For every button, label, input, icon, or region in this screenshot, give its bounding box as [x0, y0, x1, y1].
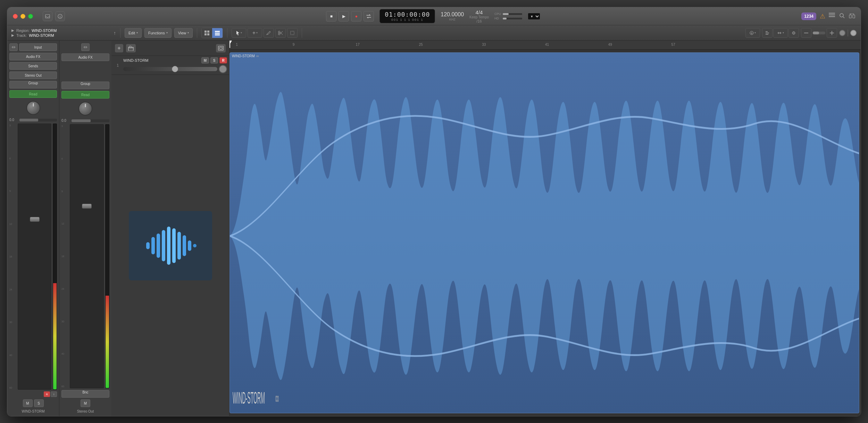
- pencil-tool[interactable]: [264, 28, 274, 38]
- add-track-button[interactable]: +: [115, 44, 123, 52]
- close-button[interactable]: [13, 14, 18, 19]
- toolbar-divider-1: [120, 28, 120, 38]
- level-row-2: 0.0: [61, 119, 109, 122]
- share-icon[interactable]: [849, 13, 855, 20]
- r-button-1[interactable]: R: [44, 391, 50, 397]
- inbox-icon[interactable]: [43, 11, 52, 21]
- ruler-mark-9: 9: [293, 43, 295, 46]
- play-button[interactable]: ▶: [339, 11, 349, 22]
- svg-line-22: [280, 32, 283, 35]
- svg-line-7: [843, 17, 844, 18]
- marquee-tool[interactable]: [287, 28, 298, 38]
- cpu-bar: [503, 13, 509, 15]
- align-left-tool[interactable]: [762, 28, 773, 38]
- bnc-button[interactable]: Bnc: [61, 390, 109, 398]
- zoom-controls: [801, 28, 837, 38]
- info-icon[interactable]: i: [55, 11, 65, 21]
- titlebar-right-icons: [829, 13, 855, 20]
- record-button[interactable]: ●: [351, 11, 361, 22]
- volume-knob[interactable]: [850, 30, 857, 36]
- input-button[interactable]: Input: [19, 43, 57, 51]
- solo-button-1[interactable]: S: [34, 399, 44, 407]
- expand-button[interactable]: [216, 44, 226, 52]
- user-badge[interactable]: 1234: [801, 12, 816, 20]
- lcd-dropdown[interactable]: ▾: [528, 13, 540, 20]
- smart-tool[interactable]: ⊕ ▾: [745, 28, 760, 38]
- zoom-slider[interactable]: [813, 32, 825, 34]
- cycle-button[interactable]: [364, 11, 374, 22]
- hd-label: HD: [494, 17, 501, 20]
- zoom-in-tool[interactable]: [827, 28, 837, 38]
- track-control-buttons: M S R: [201, 57, 227, 64]
- traffic-lights: [13, 14, 33, 19]
- read-button-1[interactable]: Read: [9, 90, 57, 98]
- stop-button[interactable]: ■: [326, 11, 336, 22]
- svg-point-6: [840, 14, 843, 17]
- pan-knob-2[interactable]: [78, 102, 92, 116]
- zoom-out-tool[interactable]: [801, 28, 811, 38]
- stereo-out-button[interactable]: Stereo Out: [9, 71, 57, 79]
- toolbar-divider-4: [302, 28, 302, 38]
- fader-handle-2[interactable]: [82, 204, 92, 209]
- read-button-2[interactable]: Read: [61, 91, 109, 99]
- audio-fx-button-1[interactable]: Audio FX: [9, 53, 57, 60]
- scissors-tool[interactable]: [275, 28, 286, 38]
- svg-rect-3: [829, 13, 835, 14]
- ruler-mark-33: 33: [482, 43, 486, 46]
- track-solo-button[interactable]: S: [210, 57, 218, 64]
- fader-handle-1[interactable]: [30, 217, 40, 222]
- svg-rect-39: [151, 237, 155, 254]
- track-fader-thumb[interactable]: [172, 66, 178, 72]
- track-pan-knob[interactable]: [219, 65, 227, 73]
- pan-knob-1[interactable]: [26, 101, 40, 115]
- list-icon[interactable]: [829, 13, 835, 20]
- audio-region[interactable]: WIND-STORM ∞: [229, 52, 859, 413]
- mute-button-2[interactable]: M: [81, 399, 90, 407]
- resize-tool[interactable]: [788, 28, 799, 38]
- time-display: 01:00:00:00 001 1 1 1 001 1: [379, 9, 435, 23]
- back-arrow[interactable]: ↑: [114, 30, 116, 36]
- audio-fx-button-2[interactable]: Audio FX: [61, 53, 109, 61]
- svg-rect-24: [291, 31, 294, 35]
- bpm-value: 120.0000: [441, 11, 464, 18]
- svg-rect-17: [215, 33, 220, 34]
- ruler-inner: 1 9 17 25 33 41 49 57: [229, 41, 861, 48]
- edit-button[interactable]: Edit ▾: [125, 28, 142, 38]
- fader-section-1: 3 6 9 12 18 24 30 40 60: [9, 124, 57, 390]
- fader-scale-1: 3 6 9 12 18 24 30 40 60: [9, 124, 16, 390]
- mute-button-1[interactable]: M: [23, 399, 33, 407]
- track-record-button[interactable]: R: [219, 57, 227, 64]
- functions-button[interactable]: Functions ▾: [144, 28, 172, 38]
- search-icon[interactable]: [839, 13, 845, 20]
- sends-button[interactable]: Sends: [9, 62, 57, 70]
- svg-rect-12: [205, 31, 207, 33]
- svg-rect-8: [849, 15, 851, 18]
- plus-tool[interactable]: + ▾: [248, 28, 262, 38]
- grid-view-button[interactable]: [202, 28, 212, 38]
- tool-buttons: ▾ + ▾: [232, 28, 298, 38]
- pack-folder-button[interactable]: [126, 44, 136, 52]
- track-arrow[interactable]: ▶: [11, 33, 14, 37]
- track-value: WIND-STORM: [29, 33, 54, 37]
- pointer-tool[interactable]: ▾: [232, 28, 246, 38]
- region-arrow[interactable]: ▶: [11, 28, 14, 32]
- stereo-out-channel: Audio FX Group Read 0.0: [59, 41, 111, 416]
- track-fader[interactable]: [123, 67, 217, 71]
- time-main: 01:00:00:00: [385, 11, 430, 18]
- track-name-row: WIND-STORM M S R: [123, 57, 227, 64]
- link-button-2[interactable]: [81, 43, 90, 51]
- pan-knob[interactable]: [839, 30, 845, 36]
- minimize-button[interactable]: [20, 14, 25, 19]
- link-button-1[interactable]: [9, 43, 18, 51]
- time-sig-sub: /16: [476, 19, 482, 23]
- fit-tool[interactable]: ▾: [773, 28, 788, 38]
- track-mute-button[interactable]: M: [201, 57, 209, 64]
- maximize-button[interactable]: [28, 14, 33, 19]
- list-view-button[interactable]: [212, 28, 223, 38]
- ruler-mark-49: 49: [608, 43, 612, 46]
- group-button-1[interactable]: Group: [9, 81, 57, 88]
- view-button[interactable]: View ▾: [174, 28, 193, 38]
- channel-name-1: WIND-STORM: [9, 409, 57, 413]
- i-button-1[interactable]: I: [51, 391, 57, 397]
- group-button-2[interactable]: Group: [61, 82, 109, 89]
